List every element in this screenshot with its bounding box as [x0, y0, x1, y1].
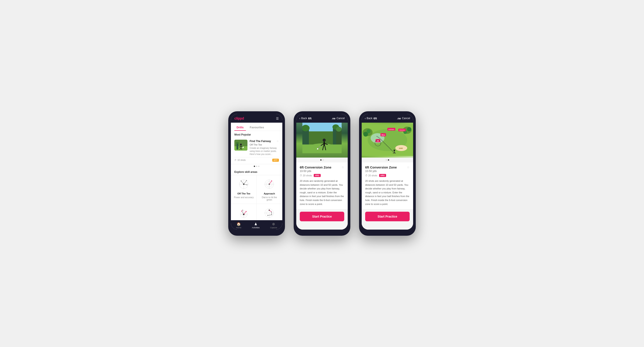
svg-line-14: [244, 180, 246, 184]
explore-label: Explore skill areas: [231, 168, 282, 175]
detail-shots-3: ⏱ 20 shots: [365, 174, 377, 177]
svg-text:Miss: Miss: [382, 134, 385, 136]
svg-point-37: [246, 211, 246, 212]
back-label-2: Back: [301, 117, 307, 120]
phone-3: ‹ Back 6ft Conversion Zone Cancel: [359, 111, 416, 236]
tab-favourites[interactable]: Favourites: [248, 124, 266, 131]
hamburger-icon[interactable]: ☰: [276, 117, 279, 120]
svg-point-38: [242, 210, 243, 211]
nav-activities[interactable]: ♟ Activities: [252, 222, 260, 229]
dot-1: [254, 166, 255, 167]
photo-dots-2: [296, 158, 348, 162]
clippd-logo: clippd: [234, 117, 244, 121]
atg-icon-area: [238, 207, 250, 220]
svg-point-60: [323, 139, 326, 142]
back-button-2[interactable]: ‹ Back: [299, 117, 307, 120]
notch-3: [376, 114, 398, 120]
svg-line-48: [272, 212, 272, 215]
skill-card-putting[interactable]: Putting Make and lag practice: [257, 204, 282, 220]
svg-text:ROUGH: ROUGH: [400, 129, 405, 131]
dot-1: [386, 159, 387, 161]
favourite-icon-3[interactable]: ☆: [407, 165, 410, 169]
svg-point-75: [367, 129, 370, 133]
svg-point-17: [243, 184, 244, 185]
most-popular-label: Most Popular: [231, 131, 282, 138]
svg-text:FAIRWAY: FAIRWAY: [388, 129, 394, 130]
svg-rect-2: [236, 143, 238, 150]
detail-info-3: 6ft Conversion Zone 10-50 yds ⏱ 20 shots…: [362, 162, 413, 209]
cancel-button-3[interactable]: Cancel: [402, 117, 410, 120]
svg-point-58: [336, 127, 342, 132]
svg-point-5: [240, 144, 242, 145]
drill-thumbnail: [234, 140, 248, 151]
arg-badge-3: ARG: [379, 174, 386, 177]
nav-home[interactable]: 🏠 Home: [236, 222, 241, 229]
favourite-icon[interactable]: ☆: [276, 140, 279, 143]
featured-drill-card[interactable]: Find The Fairway Off The Tee Create an i…: [231, 138, 282, 164]
ott-name: Off The Tee: [238, 192, 250, 195]
home-bar-2: [313, 231, 331, 232]
home-bar-1: [248, 231, 265, 232]
ott-badge: OTT: [272, 159, 279, 162]
home-icon: 🏠: [236, 222, 241, 226]
notch-2: [311, 114, 333, 120]
skill-card-ott[interactable]: Off The Tee Power and accuracy: [231, 175, 256, 204]
home-bar-3: [379, 231, 396, 232]
skill-card-approach[interactable]: Approach Dial-in to hit the green: [257, 175, 282, 204]
bottom-nav: 🏠 Home ♟ Activities ⊕ Capture: [231, 220, 282, 230]
svg-line-35: [244, 211, 246, 214]
detail-meta-3: ⏱ 20 shots ARG: [365, 174, 410, 177]
notch-1: [246, 114, 268, 120]
ott-desc: Power and accuracy: [234, 196, 254, 199]
svg-rect-57: [336, 129, 342, 147]
ott-icon-area: [238, 178, 250, 191]
putting-icon-area: [263, 207, 276, 220]
detail-drill-name-3: 6ft Conversion Zone: [365, 165, 410, 169]
dot-1: [320, 159, 322, 161]
detail-meta-2: ⏱ 20 shots ARG: [300, 174, 344, 177]
back-chevron-3: ‹: [365, 117, 366, 120]
start-practice-btn-2[interactable]: Start Practice: [300, 212, 344, 221]
capture-icon: ⊕: [272, 222, 275, 226]
drill-info: Find The Fairway Off The Tee Create an i…: [250, 140, 279, 156]
detail-drill-range-2: 10-50 yds: [300, 170, 344, 173]
tabs-bar: Drills Favourites: [231, 123, 282, 131]
back-button-3[interactable]: ‹ Back: [365, 117, 372, 120]
svg-point-83: [394, 150, 395, 151]
svg-text:SAND: SAND: [399, 148, 403, 149]
phone-2: ‹ Back 6ft Conversion Zone Cancel: [294, 111, 350, 236]
approach-icon-area: [263, 178, 276, 191]
svg-line-34: [242, 211, 244, 214]
start-practice-btn-3[interactable]: Start Practice: [365, 212, 410, 221]
svg-point-76: [407, 127, 412, 131]
back-chevron-2: ‹: [299, 117, 300, 120]
approach-name: Approach: [264, 192, 275, 195]
detail-drill-range-3: 10-50 yds: [365, 170, 410, 173]
photo-dots-3: [362, 158, 413, 162]
cancel-button-2[interactable]: Cancel: [336, 117, 345, 120]
detail-shots-2: ⏱ 20 shots: [300, 174, 312, 177]
favourite-icon-2[interactable]: ☆: [342, 165, 344, 169]
activities-icon: ♟: [254, 222, 257, 226]
phone-1: clippd Practice ☰ Drills Favourites Most…: [228, 111, 285, 236]
drill-desc: Create an imaginary fairway using trees …: [250, 147, 279, 156]
dot-2: [388, 159, 389, 161]
drill-name: Find The Fairway: [250, 140, 279, 143]
dot-3: [258, 166, 260, 167]
svg-line-49: [268, 215, 272, 215]
svg-point-36: [241, 211, 242, 211]
dot-2: [322, 159, 324, 161]
svg-point-67: [317, 148, 318, 150]
nav-capture[interactable]: ⊕ Capture: [270, 222, 277, 229]
svg-rect-59: [302, 144, 342, 153]
carousel-dots: [231, 164, 282, 168]
tab-drills[interactable]: Drills: [234, 124, 246, 131]
svg-point-28: [271, 180, 272, 181]
svg-point-19: [241, 180, 242, 181]
skill-card-atg[interactable]: Around The Green Hone your short game: [231, 204, 256, 220]
detail-drill-name-2: 6ft Conversion Zone: [300, 165, 344, 169]
drill-map: Miss Hit SAND FAIRWAY: [362, 123, 413, 158]
screen1-content: Most Popular: [231, 131, 282, 220]
svg-point-20: [246, 184, 248, 185]
back-label-3: Back: [367, 117, 372, 120]
